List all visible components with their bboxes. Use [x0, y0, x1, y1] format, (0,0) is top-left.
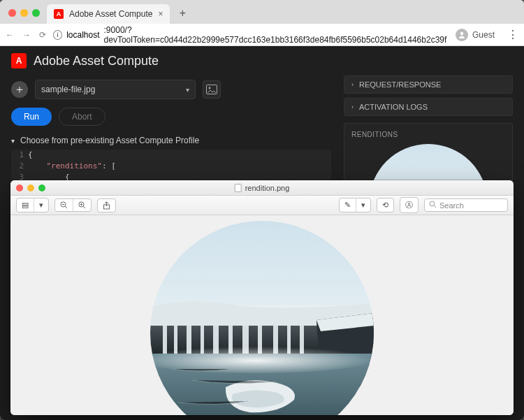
- profile-label: Choose from pre-existing Asset Compute P…: [20, 136, 199, 145]
- search-field[interactable]: Search: [424, 198, 508, 212]
- add-file-button[interactable]: ＋: [11, 81, 28, 98]
- app-header: A Adobe Asset Compute: [0, 46, 524, 75]
- file-bar: ＋ sample-file.jpg ▾: [11, 80, 331, 99]
- guest-label: Guest: [472, 30, 495, 40]
- svg-point-28: [430, 201, 435, 206]
- svg-line-21: [65, 206, 67, 208]
- new-tab-button[interactable]: +: [174, 7, 191, 20]
- preview-filename: rendition.png: [245, 184, 290, 192]
- url-path: :9000/?devToolToken=c0d44d22b2999e577dcc…: [104, 25, 449, 45]
- zoom-in-button[interactable]: [73, 199, 91, 211]
- svg-line-29: [434, 205, 436, 208]
- edit-button[interactable]: ✎: [340, 198, 356, 212]
- preview-titlebar[interactable]: rendition.png: [10, 180, 514, 196]
- sidebar-icon[interactable]: ▤: [17, 198, 34, 212]
- line-code: "renditions": [: [28, 161, 116, 172]
- tab-bar: A Adobe Asset Compute × +: [0, 0, 524, 24]
- chevron-right-icon: ›: [351, 103, 354, 110]
- search-icon: [429, 201, 437, 210]
- svg-point-17: [460, 31, 463, 34]
- close-window-icon[interactable]: [8, 9, 16, 17]
- abort-button[interactable]: Abort: [59, 108, 105, 126]
- markup-button[interactable]: Ⓐ: [400, 198, 418, 212]
- guest-avatar-icon: [456, 29, 468, 41]
- reload-icon[interactable]: ⟳: [39, 30, 46, 40]
- profile-chip[interactable]: Guest: [456, 29, 495, 41]
- renditions-label: RENDITIONS: [351, 131, 505, 138]
- preview-window: rendition.png ▤ ▾ ✎ ▾ ⟲ Ⓐ Search: [10, 180, 514, 415]
- close-window-icon[interactable]: [16, 184, 23, 191]
- rendition-image: [150, 221, 374, 415]
- svg-line-24: [83, 206, 85, 208]
- preview-canvas: [10, 215, 514, 415]
- request-response-panel[interactable]: › REQUEST/RESPONSE: [344, 75, 513, 94]
- file-name: sample-file.jpg: [41, 85, 95, 94]
- nav-back-icon[interactable]: ←: [6, 30, 14, 40]
- chevron-right-icon: ›: [351, 81, 354, 88]
- tab-title: Adobe Asset Compute: [69, 9, 152, 19]
- preview-title: rendition.png: [235, 184, 290, 192]
- zoom-out-button[interactable]: [55, 199, 73, 211]
- preview-toolbar: ▤ ▾ ✎ ▾ ⟲ Ⓐ Search: [10, 196, 514, 215]
- file-select[interactable]: sample-file.jpg ▾: [35, 80, 196, 99]
- adobe-favicon-icon: A: [54, 9, 64, 19]
- svg-point-19: [209, 87, 211, 89]
- maximize-window-icon[interactable]: [38, 184, 45, 191]
- minimize-window-icon[interactable]: [20, 9, 28, 17]
- share-button[interactable]: [98, 199, 115, 212]
- maximize-window-icon[interactable]: [32, 9, 40, 17]
- minimize-window-icon[interactable]: [27, 184, 34, 191]
- view-mode-segment[interactable]: ▤ ▾: [16, 198, 49, 212]
- browser-menu-icon[interactable]: ⋮: [507, 28, 518, 41]
- line-number: 2: [11, 161, 28, 172]
- site-info-icon[interactable]: i: [53, 30, 62, 40]
- address-bar: ← → ⟳ i localhost:9000/?devToolToken=c0d…: [0, 24, 524, 46]
- document-icon: [235, 184, 242, 192]
- rotate-button[interactable]: ⟲: [377, 198, 393, 212]
- editor-line[interactable]: 1{: [11, 150, 331, 161]
- url-host: localhost: [66, 30, 99, 40]
- chevron-down-icon: ▾: [11, 137, 15, 145]
- line-number: 1: [11, 150, 28, 161]
- browser-tab[interactable]: A Adobe Asset Compute ×: [47, 4, 170, 24]
- image-preview-button[interactable]: [203, 80, 221, 99]
- run-button[interactable]: Run: [11, 108, 52, 126]
- url-field[interactable]: i localhost:9000/?devToolToken=c0d44d22b…: [53, 25, 449, 45]
- chevron-down-icon[interactable]: ▾: [34, 198, 48, 212]
- line-code: {: [28, 150, 33, 161]
- editor-line[interactable]: 2 "renditions": [: [11, 161, 331, 172]
- nav-forward-icon[interactable]: →: [22, 30, 31, 40]
- window-controls: [8, 9, 40, 17]
- adobe-logo-icon: A: [11, 53, 27, 68]
- tab-close-icon[interactable]: ×: [158, 9, 163, 19]
- chevron-down-icon: ▾: [186, 86, 189, 94]
- chevron-down-icon[interactable]: ▾: [356, 198, 370, 212]
- profile-selector[interactable]: ▾ Choose from pre-existing Asset Compute…: [11, 136, 331, 145]
- activation-logs-label: ACTIVATION LOGS: [359, 103, 428, 111]
- search-placeholder: Search: [439, 201, 464, 210]
- activation-logs-panel[interactable]: › ACTIVATION LOGS: [344, 98, 513, 116]
- request-response-label: REQUEST/RESPONSE: [359, 80, 441, 89]
- app-title: Adobe Asset Compute: [34, 54, 159, 68]
